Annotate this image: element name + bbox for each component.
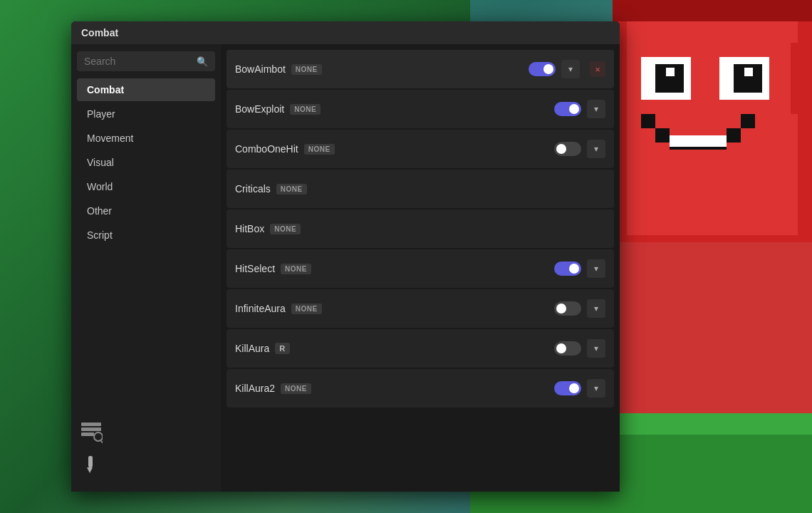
module-name-bowexploit: BowExploit [235, 103, 284, 115]
close-bowaimbot[interactable]: × [590, 61, 605, 77]
module-badge-killaura: R [275, 343, 289, 354]
sidebar-bottom [77, 415, 215, 484]
svg-rect-15 [698, 135, 712, 147]
svg-rect-13 [670, 135, 684, 147]
svg-rect-14 [684, 135, 698, 147]
sidebar-item-visual[interactable]: Visual [77, 151, 215, 174]
svg-rect-19 [791, 43, 812, 114]
svg-rect-9 [655, 128, 670, 142]
sidebar-item-movement[interactable]: Movement [77, 127, 215, 150]
expand-infiniteaura[interactable]: ▾ [587, 299, 605, 318]
module-badge-hitbox: NONE [270, 224, 301, 234]
toggle-killaura[interactable] [554, 341, 581, 356]
window-title: Combat [81, 27, 118, 38]
sidebar-item-combat[interactable]: Combat [77, 78, 215, 101]
module-right-bowaimbot: ▾ × [529, 60, 605, 78]
module-badge-criticals: NONE [276, 184, 307, 195]
module-name-killaura: KillAura [235, 343, 269, 354]
toggle-comboonehit[interactable] [554, 142, 581, 156]
svg-rect-22 [805, 242, 812, 385]
module-badge-hitselect: NONE [281, 264, 311, 274]
sidebar-item-script[interactable]: Script [77, 224, 215, 247]
gui-body: 🔍 Combat Player Movement Visual World Ot… [71, 44, 620, 492]
toggle-bowexploit[interactable] [554, 102, 581, 116]
search-icon: 🔍 [197, 56, 208, 67]
expand-killaura2[interactable]: ▾ [587, 379, 605, 398]
search-input[interactable] [84, 56, 192, 67]
svg-rect-7 [744, 68, 753, 76]
svg-rect-8 [641, 114, 655, 128]
module-badge-infiniteaura: NONE [291, 304, 322, 314]
module-name-hitselect: HitSelect [235, 263, 275, 274]
svg-rect-6 [666, 68, 675, 76]
svg-rect-17 [613, 0, 812, 21]
sidebar-item-other[interactable]: Other [77, 200, 215, 222]
svg-point-33 [94, 432, 103, 441]
toggle-hitselect[interactable] [554, 261, 581, 276]
svg-line-34 [101, 441, 103, 444]
module-row-killaura2[interactable]: KillAura2 NONE ▾ [227, 369, 614, 408]
module-row-killaura[interactable]: KillAura R ▾ [227, 329, 614, 368]
title-bar: Combat [71, 21, 620, 44]
paintbrush-icon[interactable] [80, 455, 212, 479]
module-badge-killaura2: NONE [281, 383, 311, 394]
module-name-hitbox: HitBox [235, 223, 264, 234]
svg-rect-16 [712, 135, 727, 147]
svg-rect-11 [727, 128, 741, 142]
expand-hitselect[interactable]: ▾ [587, 259, 605, 278]
svg-rect-35 [88, 456, 93, 467]
expand-comboonehit[interactable]: ▾ [587, 140, 605, 158]
module-badge-bowexploit: NONE [290, 104, 321, 115]
toggle-infiniteaura[interactable] [554, 301, 581, 316]
search-box[interactable]: 🔍 [77, 51, 215, 71]
sidebar: 🔍 Combat Player Movement Visual World Ot… [71, 44, 221, 492]
module-row-hitselect[interactable]: HitSelect NONE ▾ [227, 249, 614, 288]
main-content: BowAimbot NONE ▾ × BowExploit NONE ▾ [221, 44, 620, 492]
module-row-hitbox[interactable]: HitBox NONE [227, 209, 614, 248]
sidebar-item-world[interactable]: World [77, 175, 215, 198]
expand-bowaimbot[interactable]: ▾ [561, 60, 580, 78]
module-badge-comboonehit: NONE [304, 144, 335, 155]
gui-window: Combat 🔍 Combat Player Movement Visual [71, 21, 620, 492]
svg-rect-12 [741, 114, 755, 128]
module-name-comboonehit: ComboOneHit [235, 143, 298, 155]
toggle-killaura2[interactable] [554, 381, 581, 395]
module-badge-bowaimbot: NONE [291, 64, 322, 75]
svg-rect-32 [81, 432, 94, 436]
module-name-killaura2: KillAura2 [235, 383, 275, 394]
svg-marker-36 [87, 467, 93, 473]
svg-rect-31 [81, 428, 101, 431]
module-row-bowaimbot[interactable]: BowAimbot NONE ▾ × [227, 50, 614, 88]
expand-bowexploit[interactable]: ▾ [587, 100, 605, 118]
module-row-criticals[interactable]: Criticals NONE [227, 170, 614, 208]
module-row-infiniteaura[interactable]: InfiniteAura NONE ▾ [227, 289, 614, 328]
sidebar-item-player[interactable]: Player [77, 103, 215, 125]
module-name-criticals: Criticals [235, 183, 271, 195]
module-name-bowaimbot: BowAimbot [235, 63, 286, 75]
expand-killaura[interactable]: ▾ [587, 339, 605, 358]
toggle-bowaimbot[interactable] [529, 62, 556, 76]
module-left: BowAimbot NONE [235, 63, 322, 75]
module-name-infiniteaura: InfiniteAura [235, 303, 286, 314]
module-row-comboonehit[interactable]: ComboOneHit NONE ▾ [227, 130, 614, 168]
svg-rect-30 [81, 423, 101, 426]
module-row-bowexploit[interactable]: BowExploit NONE ▾ [227, 90, 614, 128]
panel-icon[interactable] [80, 421, 212, 447]
